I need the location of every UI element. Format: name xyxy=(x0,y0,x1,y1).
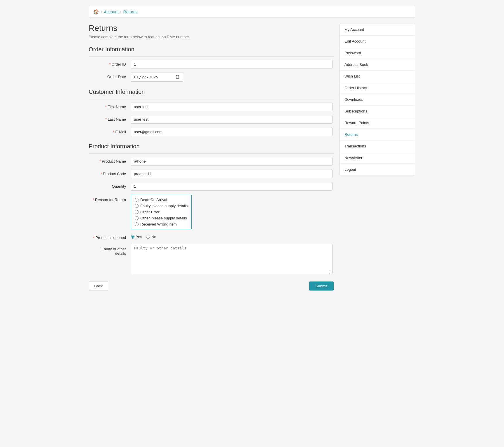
customer-info-title: Customer Information xyxy=(89,89,334,95)
product-opened-no[interactable]: No xyxy=(146,235,156,239)
order-id-row: *Order ID xyxy=(89,60,334,68)
product-code-label: *Product Code xyxy=(90,170,131,176)
reason-faulty[interactable]: Faulty, please supply details xyxy=(135,204,188,208)
faulty-details-label: Faulty or other details xyxy=(90,244,131,256)
breadcrumb-returns: Returns xyxy=(123,10,138,14)
order-date-row: Order Date xyxy=(89,73,334,82)
product-code-input[interactable] xyxy=(131,170,332,178)
product-opened-yes-label: Yes xyxy=(136,235,142,239)
product-name-row: *Product Name xyxy=(89,157,334,166)
order-info-section: *Order ID Order Date xyxy=(89,56,334,82)
sidebar-item-address-book[interactable]: Address Book xyxy=(340,59,415,71)
first-name-label: *First Name xyxy=(90,103,131,109)
order-id-label: *Order ID xyxy=(90,60,131,66)
reason-order-error[interactable]: Order Error xyxy=(135,210,188,214)
first-name-row: *First Name xyxy=(89,103,334,111)
product-info-title: Product Information xyxy=(89,143,334,150)
order-date-input[interactable] xyxy=(131,73,183,82)
sidebar-item-my-account[interactable]: My Account xyxy=(340,24,415,36)
reason-faulty-radio[interactable] xyxy=(135,204,139,208)
last-name-row: *Last Name xyxy=(89,115,334,124)
product-opened-yes-radio[interactable] xyxy=(131,235,134,239)
quantity-input[interactable] xyxy=(131,182,332,191)
last-name-label: *Last Name xyxy=(90,115,131,122)
faulty-details-textarea[interactable] xyxy=(131,244,332,274)
sidebar-item-password[interactable]: Password xyxy=(340,47,415,59)
sidebar-item-logout[interactable]: Logout xyxy=(340,164,415,175)
page-title: Returns xyxy=(89,24,334,33)
quantity-label: Quantity xyxy=(90,182,131,189)
reason-wrong-item-radio[interactable] xyxy=(135,222,139,226)
product-opened-no-radio[interactable] xyxy=(146,235,150,239)
reason-wrong-item[interactable]: Received Wrong Item xyxy=(135,222,188,226)
reason-label: *Reason for Return xyxy=(90,195,131,202)
reason-other-radio[interactable] xyxy=(135,216,139,220)
reason-dead-on-arrival-label: Dead On Arrival xyxy=(140,198,167,202)
last-name-input[interactable] xyxy=(131,115,332,124)
product-opened-label: *Product is opened xyxy=(90,233,131,240)
product-opened-row: *Product is opened Yes No xyxy=(89,233,334,240)
breadcrumb-account[interactable]: Account xyxy=(104,10,119,14)
quantity-row: Quantity xyxy=(89,182,334,191)
first-name-input[interactable] xyxy=(131,103,332,111)
customer-info-section: *First Name *Last Name *E-Mail xyxy=(89,99,334,136)
sidebar-item-reward-points[interactable]: Reward Points xyxy=(340,117,415,129)
email-row: *E-Mail xyxy=(89,128,334,136)
sidebar-item-order-history[interactable]: Order History xyxy=(340,82,415,94)
sidebar-item-newsletter[interactable]: Newsletter xyxy=(340,152,415,164)
product-info-section: *Product Name *Product Code Quantity xyxy=(89,153,334,274)
breadcrumb-sep-2: › xyxy=(120,10,122,14)
form-actions: Back Submit xyxy=(89,281,334,291)
sidebar-item-downloads[interactable]: Downloads xyxy=(340,94,415,105)
main-content: Returns Please complete the form below t… xyxy=(89,24,334,291)
product-name-label: *Product Name xyxy=(90,157,131,163)
reason-dead-on-arrival[interactable]: Dead On Arrival xyxy=(135,198,188,202)
order-info-title: Order Information xyxy=(89,46,334,53)
breadcrumb-sep-1: › xyxy=(101,10,102,14)
page-wrapper: 🏠 › Account › Returns Returns Please com… xyxy=(83,0,421,297)
home-icon[interactable]: 🏠 xyxy=(93,9,99,15)
sidebar-item-wish-list[interactable]: Wish List xyxy=(340,71,415,82)
layout: Returns Please complete the form below t… xyxy=(89,24,415,291)
sidebar-item-subscriptions[interactable]: Subscriptions xyxy=(340,105,415,117)
sidebar-item-returns[interactable]: Returns xyxy=(340,129,415,140)
breadcrumb: 🏠 › Account › Returns xyxy=(89,6,415,18)
sidebar: My Account Edit Account Password Address… xyxy=(340,24,415,175)
reason-row: *Reason for Return Dead On Arrival Fault… xyxy=(89,195,334,229)
order-id-required: * xyxy=(109,62,111,66)
back-button[interactable]: Back xyxy=(89,281,108,291)
reason-dead-on-arrival-radio[interactable] xyxy=(135,198,139,202)
product-opened-no-label: No xyxy=(151,235,156,239)
reason-faulty-label: Faulty, please supply details xyxy=(140,204,188,208)
reason-for-return-box: Dead On Arrival Faulty, please supply de… xyxy=(131,195,192,229)
sidebar-item-transactions[interactable]: Transactions xyxy=(340,140,415,152)
product-opened-options: Yes No xyxy=(131,233,156,239)
reason-other-label: Other, please supply details xyxy=(140,216,187,220)
faulty-details-row: Faulty or other details xyxy=(89,244,334,274)
submit-button[interactable]: Submit xyxy=(309,281,334,291)
order-id-input[interactable] xyxy=(131,60,332,68)
product-name-input[interactable] xyxy=(131,157,332,166)
email-label: *E-Mail xyxy=(90,128,131,134)
reason-other[interactable]: Other, please supply details xyxy=(135,216,188,220)
order-date-label: Order Date xyxy=(90,73,131,79)
email-input[interactable] xyxy=(131,128,332,136)
sidebar-item-edit-account[interactable]: Edit Account xyxy=(340,36,415,47)
product-opened-yes[interactable]: Yes xyxy=(131,235,142,239)
reason-wrong-item-label: Received Wrong Item xyxy=(140,222,177,226)
product-code-row: *Product Code xyxy=(89,170,334,178)
reason-order-error-radio[interactable] xyxy=(135,210,139,214)
page-subtitle: Please complete the form below to reques… xyxy=(89,35,334,39)
reason-order-error-label: Order Error xyxy=(140,210,160,214)
